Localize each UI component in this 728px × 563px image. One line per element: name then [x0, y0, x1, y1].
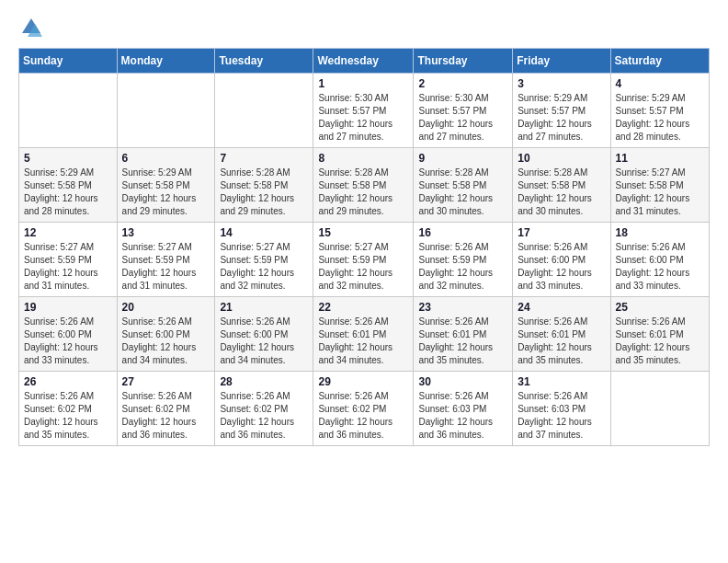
calendar-cell: 25Sunrise: 5:26 AMSunset: 6:01 PMDayligh…: [610, 297, 709, 372]
day-info: Sunrise: 5:26 AMSunset: 6:00 PMDaylight:…: [220, 316, 308, 367]
calendar-cell: 15Sunrise: 5:27 AMSunset: 5:59 PMDayligh…: [313, 223, 414, 297]
calendar-week-4: 19Sunrise: 5:26 AMSunset: 6:00 PMDayligh…: [19, 297, 710, 372]
day-number: 12: [24, 226, 112, 239]
calendar-cell: 16Sunrise: 5:26 AMSunset: 5:59 PMDayligh…: [414, 223, 513, 297]
calendar-cell: 2Sunrise: 5:30 AMSunset: 5:57 PMDaylight…: [414, 74, 513, 148]
day-info: Sunrise: 5:26 AMSunset: 6:02 PMDaylight:…: [122, 390, 210, 442]
day-info: Sunrise: 5:27 AMSunset: 5:59 PMDaylight:…: [24, 241, 112, 293]
calendar-week-1: 1Sunrise: 5:30 AMSunset: 5:57 PMDaylight…: [19, 74, 710, 148]
day-info: Sunrise: 5:26 AMSunset: 6:00 PMDaylight:…: [616, 241, 704, 293]
day-info: Sunrise: 5:27 AMSunset: 5:59 PMDaylight:…: [318, 241, 408, 293]
calendar-header-saturday: Saturday: [610, 49, 709, 74]
day-number: 19: [24, 301, 112, 314]
day-number: 27: [122, 375, 210, 388]
calendar-cell: 6Sunrise: 5:29 AMSunset: 5:58 PMDaylight…: [117, 148, 215, 223]
day-info: Sunrise: 5:26 AMSunset: 6:03 PMDaylight:…: [418, 390, 507, 442]
calendar-cell: 27Sunrise: 5:26 AMSunset: 6:02 PMDayligh…: [117, 372, 215, 446]
calendar-cell: 23Sunrise: 5:26 AMSunset: 6:01 PMDayligh…: [414, 297, 513, 372]
day-info: Sunrise: 5:26 AMSunset: 6:02 PMDaylight:…: [24, 390, 112, 442]
day-info: Sunrise: 5:26 AMSunset: 5:59 PMDaylight:…: [418, 241, 507, 293]
day-info: Sunrise: 5:29 AMSunset: 5:58 PMDaylight:…: [24, 167, 112, 218]
calendar-week-3: 12Sunrise: 5:27 AMSunset: 5:59 PMDayligh…: [19, 223, 710, 297]
day-number: 30: [418, 375, 507, 388]
calendar-cell: 7Sunrise: 5:28 AMSunset: 5:58 PMDaylight…: [215, 148, 313, 223]
day-info: Sunrise: 5:26 AMSunset: 6:02 PMDaylight:…: [318, 390, 408, 442]
logo-icon: [18, 15, 44, 40]
calendar-week-2: 5Sunrise: 5:29 AMSunset: 5:58 PMDaylight…: [19, 148, 710, 223]
day-number: 26: [24, 375, 112, 388]
day-number: 3: [518, 77, 605, 90]
calendar-header-sunday: Sunday: [19, 49, 118, 74]
day-info: Sunrise: 5:28 AMSunset: 5:58 PMDaylight:…: [318, 167, 408, 218]
day-number: 15: [318, 226, 408, 239]
day-info: Sunrise: 5:27 AMSunset: 5:59 PMDaylight:…: [220, 241, 308, 293]
calendar-cell: 12Sunrise: 5:27 AMSunset: 5:59 PMDayligh…: [19, 223, 118, 297]
calendar-cell: 18Sunrise: 5:26 AMSunset: 6:00 PMDayligh…: [610, 223, 709, 297]
day-number: 21: [220, 301, 308, 314]
calendar-cell: 9Sunrise: 5:28 AMSunset: 5:58 PMDaylight…: [414, 148, 513, 223]
day-info: Sunrise: 5:29 AMSunset: 5:58 PMDaylight:…: [122, 167, 210, 218]
calendar-cell: 31Sunrise: 5:26 AMSunset: 6:03 PMDayligh…: [513, 372, 610, 446]
calendar-header-wednesday: Wednesday: [313, 49, 414, 74]
day-info: Sunrise: 5:26 AMSunset: 6:00 PMDaylight:…: [24, 316, 112, 367]
day-info: Sunrise: 5:27 AMSunset: 5:58 PMDaylight:…: [616, 167, 704, 218]
day-info: Sunrise: 5:26 AMSunset: 6:01 PMDaylight:…: [616, 316, 704, 367]
day-info: Sunrise: 5:26 AMSunset: 6:01 PMDaylight:…: [518, 316, 605, 367]
calendar-cell: 24Sunrise: 5:26 AMSunset: 6:01 PMDayligh…: [513, 297, 610, 372]
day-info: Sunrise: 5:26 AMSunset: 6:01 PMDaylight:…: [418, 316, 507, 367]
day-number: 22: [318, 301, 408, 314]
day-info: Sunrise: 5:28 AMSunset: 5:58 PMDaylight:…: [220, 167, 308, 218]
day-number: 29: [318, 375, 408, 388]
day-number: 7: [220, 152, 308, 165]
calendar-cell: 8Sunrise: 5:28 AMSunset: 5:58 PMDaylight…: [313, 148, 414, 223]
day-number: 6: [122, 152, 210, 165]
calendar-cell: [19, 74, 118, 148]
calendar-cell: 26Sunrise: 5:26 AMSunset: 6:02 PMDayligh…: [19, 372, 118, 446]
calendar-header-row: SundayMondayTuesdayWednesdayThursdayFrid…: [19, 49, 710, 74]
day-number: 1: [318, 77, 408, 90]
day-info: Sunrise: 5:28 AMSunset: 5:58 PMDaylight:…: [518, 167, 605, 218]
calendar-cell: 30Sunrise: 5:26 AMSunset: 6:03 PMDayligh…: [414, 372, 513, 446]
day-info: Sunrise: 5:26 AMSunset: 6:03 PMDaylight:…: [518, 390, 605, 442]
day-info: Sunrise: 5:26 AMSunset: 6:01 PMDaylight:…: [318, 316, 408, 367]
calendar-header-thursday: Thursday: [414, 49, 513, 74]
day-info: Sunrise: 5:26 AMSunset: 6:00 PMDaylight:…: [122, 316, 210, 367]
calendar-cell: 28Sunrise: 5:26 AMSunset: 6:02 PMDayligh…: [215, 372, 313, 446]
day-info: Sunrise: 5:27 AMSunset: 5:59 PMDaylight:…: [122, 241, 210, 293]
day-info: Sunrise: 5:30 AMSunset: 5:57 PMDaylight:…: [418, 92, 507, 144]
day-number: 24: [518, 301, 605, 314]
calendar-cell: [610, 372, 709, 446]
calendar-cell: 11Sunrise: 5:27 AMSunset: 5:58 PMDayligh…: [610, 148, 709, 223]
day-number: 16: [418, 226, 507, 239]
calendar-cell: 21Sunrise: 5:26 AMSunset: 6:00 PMDayligh…: [215, 297, 313, 372]
day-number: 13: [122, 226, 210, 239]
day-number: 23: [418, 301, 507, 314]
day-info: Sunrise: 5:29 AMSunset: 5:57 PMDaylight:…: [518, 92, 605, 144]
day-number: 8: [318, 152, 408, 165]
calendar-cell: 10Sunrise: 5:28 AMSunset: 5:58 PMDayligh…: [513, 148, 610, 223]
page-header: [18, 15, 710, 40]
day-number: 11: [616, 152, 704, 165]
day-number: 5: [24, 152, 112, 165]
day-number: 28: [220, 375, 308, 388]
day-info: Sunrise: 5:29 AMSunset: 5:57 PMDaylight:…: [616, 92, 704, 144]
calendar-cell: 14Sunrise: 5:27 AMSunset: 5:59 PMDayligh…: [215, 223, 313, 297]
calendar-cell: 13Sunrise: 5:27 AMSunset: 5:59 PMDayligh…: [117, 223, 215, 297]
calendar-week-5: 26Sunrise: 5:26 AMSunset: 6:02 PMDayligh…: [19, 372, 710, 446]
day-info: Sunrise: 5:26 AMSunset: 6:00 PMDaylight:…: [518, 241, 605, 293]
day-number: 2: [418, 77, 507, 90]
calendar-header-monday: Monday: [117, 49, 215, 74]
calendar-cell: 4Sunrise: 5:29 AMSunset: 5:57 PMDaylight…: [610, 74, 709, 148]
calendar-cell: 17Sunrise: 5:26 AMSunset: 6:00 PMDayligh…: [513, 223, 610, 297]
day-info: Sunrise: 5:26 AMSunset: 6:02 PMDaylight:…: [220, 390, 308, 442]
calendar-cell: 5Sunrise: 5:29 AMSunset: 5:58 PMDaylight…: [19, 148, 118, 223]
day-number: 31: [518, 375, 605, 388]
calendar-cell: 1Sunrise: 5:30 AMSunset: 5:57 PMDaylight…: [313, 74, 414, 148]
calendar-header-tuesday: Tuesday: [215, 49, 313, 74]
calendar-cell: 29Sunrise: 5:26 AMSunset: 6:02 PMDayligh…: [313, 372, 414, 446]
day-number: 14: [220, 226, 308, 239]
day-number: 20: [122, 301, 210, 314]
day-info: Sunrise: 5:28 AMSunset: 5:58 PMDaylight:…: [418, 167, 507, 218]
day-number: 10: [518, 152, 605, 165]
calendar-cell: 3Sunrise: 5:29 AMSunset: 5:57 PMDaylight…: [513, 74, 610, 148]
